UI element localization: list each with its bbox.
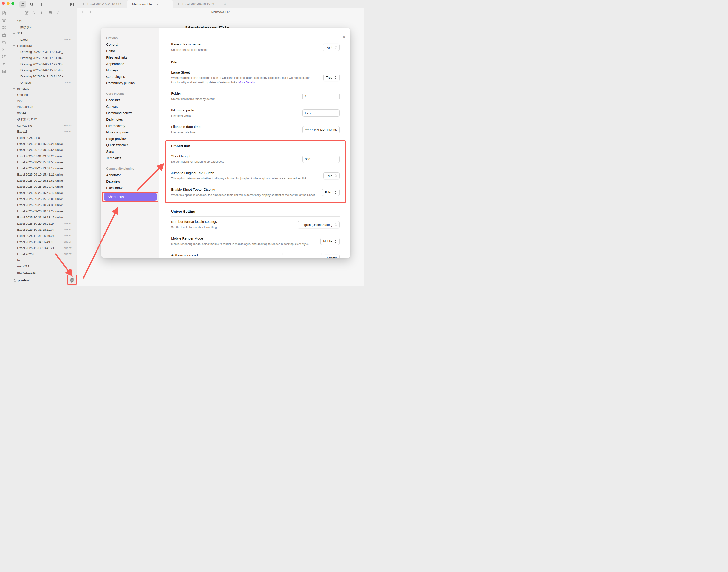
folder-icon[interactable] [19, 1, 26, 8]
tree-file[interactable]: Drawing 2025-07-31 17.31.34.excali... [8, 55, 77, 61]
settings-nav-item-sheet-plus[interactable]: Sheet Plus [104, 193, 157, 201]
more-details-link[interactable]: More Details [238, 81, 254, 84]
submit-button[interactable]: Submit [324, 255, 340, 258]
settings-nav-item-annotator[interactable]: Annotator [101, 172, 159, 178]
close-icon[interactable]: × [157, 3, 159, 6]
tab-markdown-file[interactable]: Markdown File × [127, 0, 173, 8]
tree-file[interactable]: mark1112233 [8, 270, 77, 276]
terminal-icon[interactable] [2, 47, 6, 52]
tree-file[interactable]: Exce11SHEET [8, 128, 77, 135]
tree-folder[interactable]: template [8, 86, 77, 92]
tree-file[interactable]: Drawing 2025-08-07 15.36.48.exca... [8, 67, 77, 74]
zoom-window-button[interactable] [11, 2, 14, 5]
tree-file[interactable]: Excel 2025-11-17 13.41.21SHEET [8, 245, 77, 251]
tree-file[interactable]: Excel 2025-09-10 15.52.58.univer [8, 177, 77, 184]
minimize-window-button[interactable] [7, 2, 10, 5]
tree-file[interactable]: Inv 1 [8, 257, 77, 264]
tree-file[interactable]: Excel 2025-09-26 10.49.27.univer [8, 208, 77, 214]
new-folder-icon[interactable] [33, 11, 37, 15]
settings-nav-item-hotkeys[interactable]: Hotkeys [101, 67, 159, 74]
settings-nav-item-general[interactable]: General [101, 41, 159, 48]
tree-file[interactable]: Excel 2025-09-25 15.39.42.univer [8, 184, 77, 190]
tree-folder[interactable]: Excalidraw [8, 43, 77, 49]
tab-excel-2025-09-10[interactable]: Excel 2025-09-10 15.52.... [175, 0, 220, 8]
close-window-button[interactable] [2, 2, 5, 5]
close-icon[interactable]: × [341, 34, 347, 40]
checklist-icon[interactable] [2, 55, 6, 59]
settings-nav-item-command-palette[interactable]: Command palette [101, 110, 159, 116]
vault-name[interactable]: pro-test [18, 278, 29, 282]
text-input[interactable] [302, 126, 340, 134]
settings-nav-item-backlinks[interactable]: Backlinks [101, 97, 159, 103]
tree-file[interactable]: Excel 2025-08-25 13.33.17.univer [8, 165, 77, 171]
collapse-all-icon[interactable] [56, 11, 60, 15]
bookmark-icon[interactable] [37, 1, 44, 8]
tree-file[interactable]: canvas fileCANVAS [8, 123, 77, 129]
tree-file[interactable]: Drawing 2025-09-11 15.21.35.excali... [8, 73, 77, 79]
settings-gear-icon[interactable] [68, 276, 75, 284]
dropdown-english-united-states-[interactable]: English (United States) [298, 221, 340, 228]
tree-file[interactable]: Drawing 2025-08-05 17.22.36.exca... [8, 61, 77, 67]
settings-nav-item-file-recovery[interactable]: File recovery [101, 123, 159, 129]
new-note-icon[interactable] [24, 11, 29, 15]
tree-file[interactable]: Excel 2025-11-04 16.49.15SHEET [8, 239, 77, 245]
search-icon[interactable] [28, 1, 35, 8]
tree-file[interactable]: mark222 [8, 264, 77, 270]
excalidraw-icon[interactable] [2, 62, 6, 66]
tree-file[interactable]: Excel 2025-08-22 15.31.55.univer [8, 159, 77, 165]
dropdown-true[interactable]: True [323, 172, 340, 180]
vault-switcher-icon[interactable] [13, 279, 16, 283]
settings-nav-item-templates[interactable]: Templates [101, 155, 159, 161]
settings-nav-item-community-plugins[interactable]: Community plugins [101, 80, 159, 86]
tree-file[interactable]: 改名测试 1112 [8, 116, 77, 123]
table-icon[interactable] [2, 69, 6, 74]
text-input[interactable] [302, 155, 340, 163]
settings-nav-item-note-composer[interactable]: Note composer [101, 129, 159, 136]
dropdown-mobile[interactable]: Mobile [320, 238, 340, 245]
tree-file[interactable]: 33344 [8, 110, 77, 116]
settings-nav-item-canvas[interactable]: Canvas [101, 103, 159, 110]
tree-file[interactable]: 数据验证 [8, 24, 77, 30]
tree-file[interactable]: Excel 2025-09-26 10.24.38.univer [8, 202, 77, 208]
settings-nav-item-page-preview[interactable]: Page preview [101, 136, 159, 142]
tree-file[interactable]: Excel 2025-10-29 16.33.24SHEET [8, 221, 77, 227]
tree-file[interactable]: Drawing 2025-07-31 17.31.34_0.ex... [8, 49, 77, 55]
settings-nav-item-sync[interactable]: Sync [101, 148, 159, 155]
sort-icon[interactable] [40, 11, 44, 15]
tree-file[interactable]: 222 [8, 98, 77, 104]
tab-excel-2025-10-21[interactable]: Excel 2025-10-21 16.18.1... [80, 0, 126, 8]
layout-icon[interactable] [48, 11, 52, 15]
calendar-icon[interactable] [2, 32, 6, 37]
blocks-icon[interactable] [2, 25, 6, 30]
settings-nav-item-dataview[interactable]: Dataview [101, 178, 159, 185]
file-search-icon[interactable] [2, 11, 6, 15]
tree-file[interactable]: ExcelSHEET [8, 37, 77, 43]
tree-file[interactable]: Excel 2025-01-0 [8, 135, 77, 141]
tree-file[interactable]: UntitledBASE [8, 79, 77, 86]
dropdown-true[interactable]: True [323, 74, 340, 81]
tree-file[interactable]: Excel 2025-10-21 16.18.19.univer [8, 214, 77, 221]
tree-file[interactable]: Excel 2025-09-25 15.49.40.univer [8, 190, 77, 196]
tree-file[interactable]: Excel 20253SHEET [8, 251, 77, 257]
authorization-code-textarea[interactable] [282, 253, 322, 258]
tree-file[interactable]: Excel 2025-09-25 15.58.06.univer [8, 196, 77, 202]
copy-files-icon[interactable] [2, 40, 6, 45]
tree-folder[interactable]: 111 [8, 18, 77, 24]
settings-nav-item-quick-switcher[interactable]: Quick switcher [101, 142, 159, 148]
dropdown-false[interactable]: False [322, 189, 340, 196]
tree-folder[interactable]: Untitled [8, 92, 77, 98]
settings-nav-item-daily-notes[interactable]: Daily notes [101, 116, 159, 123]
new-tab-button[interactable]: + [222, 2, 228, 7]
tree-file[interactable]: Excel 2025-06-19 09.35.54.univer [8, 147, 77, 153]
settings-nav-item-core-plugins[interactable]: Core plugins [101, 74, 159, 80]
graph-icon[interactable] [2, 18, 6, 23]
text-input[interactable] [302, 110, 340, 117]
settings-nav-item-appearance[interactable]: Appearance [101, 61, 159, 67]
tree-file[interactable]: Excel 2025-11-04 16.49.07SHEET [8, 233, 77, 239]
tree-file[interactable]: 2025-09-28 [8, 104, 77, 110]
tree-file[interactable]: Excel 2025-10-31 18.11.04SHEET [8, 226, 77, 233]
settings-nav-item-excalidraw[interactable]: Excalidraw [101, 185, 159, 191]
tree-folder[interactable]: 333 [8, 30, 77, 37]
settings-nav-item-editor[interactable]: Editor [101, 48, 159, 54]
dropdown-light[interactable]: Light [323, 44, 340, 51]
